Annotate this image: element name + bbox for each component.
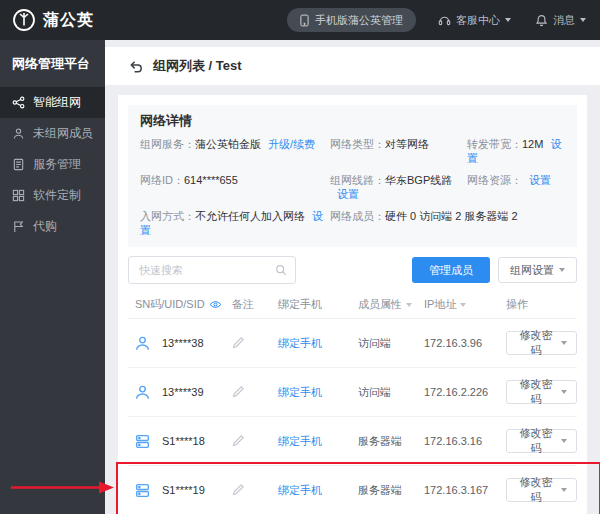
messages-menu[interactable]: 消息 [535,13,586,28]
bind-phone-link[interactable]: 绑定手机 [278,386,322,398]
header-sn-label: SN码/UID/SID [135,297,205,312]
grid-icon [12,189,25,202]
caret-down-icon [559,268,565,272]
messages-label: 消息 [553,13,575,28]
sn-value: 13****38 [162,337,204,349]
line-settings-link[interactable]: 设置 [337,188,359,200]
header-actions: 客服中心 消息 [438,0,586,40]
edit-remark-icon[interactable] [232,385,245,398]
sn-cell: S1****19 [128,482,232,499]
sn-value: S1****18 [162,435,205,447]
change-password-label: 修改密码 [516,475,556,505]
bind-cell: 绑定手机 [278,434,358,449]
field-network-id: 网络ID：614****655 [140,173,330,201]
caret-down-icon [561,390,567,394]
bind-cell: 绑定手机 [278,483,358,498]
bind-phone-link[interactable]: 绑定手机 [278,337,322,349]
network-details-panel: 网络详情 组网服务：蒲公英铂金版升级/续费 网络类型：对等网络 转发带宽：12M… [128,105,577,247]
brand-logo[interactable]: 蒲公英 [12,0,94,40]
sidebar-item-purchasing[interactable]: 代购 [0,211,105,242]
bind-phone-link[interactable]: 绑定手机 [278,484,322,496]
search-input[interactable] [137,263,275,277]
sidebar-item-service-management[interactable]: 服务管理 [0,149,105,180]
caret-down-icon [561,439,567,443]
sidebar-item-software-customization[interactable]: 软件定制 [0,180,105,211]
field-value: 硬件 0 访问端 2 服务器端 2 [385,210,518,222]
sidebar-item-label: 代购 [33,218,57,235]
header-ip-address[interactable]: IP地址 [424,297,506,312]
network-settings-button[interactable]: 组网设置 [498,257,577,283]
top-header: 蒲公英 手机版蒲公英管理 客服中心 消息 [0,0,600,40]
role-cell: 服务器端 [358,483,424,498]
sidebar-item-label: 服务管理 [33,156,81,173]
field-join-mode: 入网方式：不允许任何人加入网络设置 [140,209,330,237]
eye-icon[interactable] [209,300,222,309]
field-forward-bandwidth: 转发带宽：12M设置 [467,137,565,165]
table-row: S1****19 绑定手机 服务器端 172.16.3.167 修改密码 [128,465,577,514]
upgrade-renew-link[interactable]: 升级/续费 [268,138,315,150]
field-label: 网络ID： [140,174,184,186]
back-icon[interactable] [129,59,144,74]
header-role-label: 成员属性 [358,297,402,312]
search-icon[interactable] [275,264,287,276]
change-password-label: 修改密码 [516,377,556,407]
caret-down-icon [406,303,412,307]
header-sn: SN码/UID/SID [128,297,232,312]
change-password-button[interactable]: 修改密码 [506,331,577,355]
remark-cell [232,385,278,400]
field-label: 组网服务： [140,138,195,150]
role-cell: 服务器端 [358,434,424,449]
field-label: 入网方式： [140,210,195,222]
change-password-button[interactable]: 修改密码 [506,429,577,453]
search-box [128,256,296,284]
breadcrumb: 组网列表 / Test [105,47,600,85]
resources-settings-link[interactable]: 设置 [529,174,551,186]
network-icon [12,96,25,109]
field-network-service: 组网服务：蒲公英铂金版升级/续费 [140,137,330,165]
ip-address: 172.16.3.167 [424,484,488,496]
sidebar-item-unjoined-members[interactable]: 未组网成员 [0,118,105,149]
ip-cell: 172.16.3.16 [424,435,506,447]
change-password-button[interactable]: 修改密码 [506,380,577,404]
table-header: SN码/UID/SID 备注 绑定手机 成员属性 IP地址 [128,292,577,318]
manage-members-button[interactable]: 管理成员 [412,257,490,283]
brand-name: 蒲公英 [43,10,94,31]
header-member-role[interactable]: 成员属性 [358,297,424,312]
header-action-label: 操作 [506,297,528,312]
ip-cell: 172.16.3.167 [424,484,506,496]
network-settings-label: 组网设置 [510,263,554,278]
action-cell: 修改密码 [506,331,577,355]
change-password-button[interactable]: 修改密码 [506,478,577,502]
edit-remark-icon[interactable] [232,483,245,496]
bind-phone-link[interactable]: 绑定手机 [278,435,322,447]
sidebar-item-label: 未组网成员 [33,125,93,142]
change-password-label: 修改密码 [516,328,556,358]
mobile-manage-button[interactable]: 手机版蒲公英管理 [287,8,416,32]
table-row: 13****38 绑定手机 访问端 172.16.3.96 修改密码 [128,318,577,367]
edit-remark-icon[interactable] [232,434,245,447]
member-role: 访问端 [358,337,391,349]
support-center-menu[interactable]: 客服中心 [438,13,511,28]
remark-cell [232,434,278,449]
support-center-label: 客服中心 [456,13,500,28]
breadcrumb-label[interactable]: 组网列表 / Test [153,57,242,75]
bell-icon [535,14,548,27]
header-actions: 操作 [506,297,577,312]
caret-down-icon [505,18,511,22]
caret-down-icon [580,18,586,22]
mobile-manage-label: 手机版蒲公英管理 [315,13,403,28]
field-value: 华东BGP线路 [385,174,452,186]
caret-down-icon [561,488,567,492]
edit-remark-icon[interactable] [232,336,245,349]
sidebar-item-label: 智能组网 [33,94,81,111]
sn-cell: 13****38 [128,335,232,352]
bind-cell: 绑定手机 [278,385,358,400]
sidebar-item-smart-networking[interactable]: 智能组网 [0,87,105,118]
member-role: 服务器端 [358,435,402,447]
network-card: 网络详情 组网服务：蒲公英铂金版升级/续费 网络类型：对等网络 转发带宽：12M… [118,95,587,514]
header-ip-label: IP地址 [424,297,456,312]
header-remark-label: 备注 [232,297,254,312]
ip-cell: 172.16.2.226 [424,386,506,398]
document-icon [12,158,25,171]
field-network-type: 网络类型：对等网络 [330,137,467,165]
